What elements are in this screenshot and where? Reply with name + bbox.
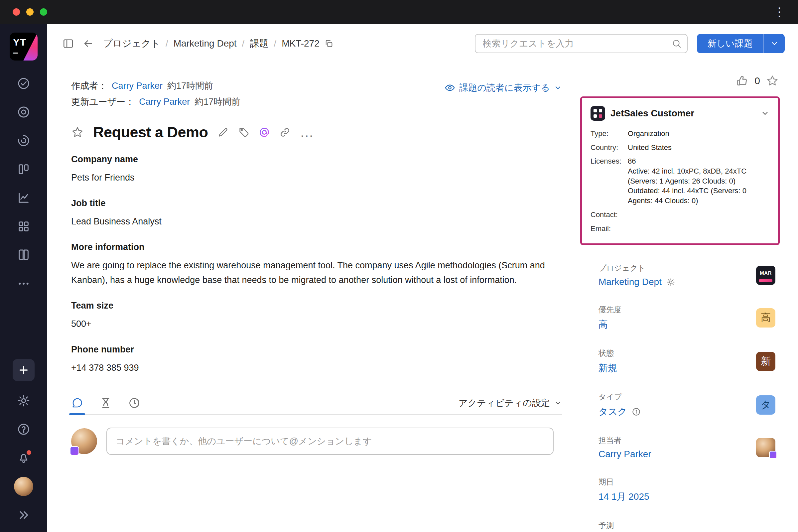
priority-value-link[interactable]: 高 (598, 318, 622, 331)
assignee-value-link[interactable]: Carry Parker (598, 449, 651, 459)
search-bar[interactable] (475, 34, 688, 53)
field-label: Job title (71, 198, 562, 208)
breadcrumb-project[interactable]: Marketing Dept (174, 38, 237, 49)
customer-card-collapse[interactable] (761, 109, 770, 118)
tab-history[interactable] (100, 397, 112, 414)
type-badge[interactable]: タ (756, 395, 775, 415)
updated-user-link[interactable]: Carry Parker (139, 97, 190, 107)
breadcrumb-issue-id[interactable]: MKT-272 (282, 38, 320, 49)
sidebar-item-reports[interactable] (14, 188, 33, 208)
sidebar-collapse-button[interactable] (14, 506, 33, 525)
sidebar-item-dashboards[interactable] (14, 217, 33, 236)
sidebar-item-knowledge-base[interactable] (14, 245, 33, 265)
star-issue-button[interactable] (71, 126, 84, 139)
thumbs-up-icon (736, 75, 748, 87)
state-badge[interactable]: 新 (756, 352, 775, 371)
activity-settings-button[interactable]: アクティビティの設定 (458, 397, 562, 414)
jetsales-logo-icon (590, 106, 605, 121)
field-state: 状態 新規 新 (598, 348, 780, 374)
customer-card-header[interactable]: JetSales Customer (590, 106, 770, 121)
activity-tabs: アクティビティの設定 (71, 394, 562, 415)
search-icon[interactable] (672, 39, 682, 49)
back-button[interactable] (82, 38, 94, 49)
search-input[interactable] (483, 39, 672, 49)
gear-icon (666, 278, 675, 287)
sidebar-item-notifications[interactable] (14, 448, 33, 468)
customer-licenses-label: Licenses: (590, 156, 628, 206)
hourglass-icon (100, 397, 112, 409)
licenses-outdated: Outdated: 44 incl. 44xTC (Servers: 0 Age… (628, 186, 770, 206)
due-date[interactable]: 14 1月 2025 (598, 491, 649, 503)
field-project: プロジェクト Marketing Dept MAR (598, 263, 780, 287)
type-value-link[interactable]: タスク (598, 405, 641, 418)
type-name[interactable]: タスク (598, 405, 627, 418)
window-menu-icon[interactable]: ⋮ (773, 6, 785, 18)
user-avatar[interactable] (14, 477, 33, 496)
tab-time-tracking[interactable] (128, 397, 140, 414)
commenter-avatar (71, 428, 97, 454)
issue-side-panel: 0 JetSales Customer Type: (578, 63, 798, 532)
edit-issue-button[interactable] (217, 127, 229, 138)
sidebar-item-helpdesk[interactable] (14, 102, 33, 122)
sidebar-item-more[interactable] (14, 274, 33, 293)
panel-toggle-button[interactable] (62, 38, 74, 49)
project-name[interactable]: Marketing Dept (598, 277, 662, 287)
visibility-selector[interactable]: 課題の読者に表示する (444, 82, 562, 94)
more-actions-button[interactable]: … (300, 130, 314, 135)
field-due-date: 期日 14 1月 2025 (598, 477, 780, 503)
due-date-value-link[interactable]: 14 1月 2025 (598, 491, 649, 503)
window-close-button[interactable] (13, 8, 20, 16)
assignee-avatar[interactable] (756, 438, 775, 457)
priority-badge[interactable]: 高 (756, 308, 775, 327)
type-label: タイプ (598, 392, 641, 402)
sidebar-item-issues[interactable] (14, 74, 33, 93)
new-issue-label[interactable]: 新しい課題 (697, 34, 763, 53)
chevron-down-icon (554, 399, 562, 407)
field-type: タイプ タスク タ (598, 392, 780, 418)
breadcrumb-issues[interactable]: 課題 (250, 37, 268, 50)
project-settings-button[interactable] (666, 278, 675, 287)
create-button[interactable] (13, 359, 35, 381)
sidebar-item-settings[interactable] (14, 391, 33, 410)
tab-comments[interactable] (71, 397, 83, 414)
breadcrumb-projects[interactable]: プロジェクト (103, 37, 160, 50)
breadcrumb-separator: / (274, 38, 276, 49)
new-issue-dropdown[interactable] (763, 34, 785, 53)
comment-icon (71, 397, 83, 409)
field-label: Company name (71, 154, 562, 165)
created-user-link[interactable]: Carry Parker (112, 81, 163, 91)
sidebar-item-recent[interactable] (14, 131, 33, 150)
copy-link-button[interactable] (279, 127, 291, 138)
board-icon (17, 163, 30, 176)
type-info-button[interactable] (632, 407, 641, 416)
ai-assistant-button[interactable] (259, 127, 270, 138)
window-minimize-button[interactable] (26, 8, 34, 16)
field-value: Lead Business Analyst (71, 214, 562, 229)
project-avatar-badge[interactable]: MAR (756, 266, 775, 285)
issue-description: Company name Pets for Friends Job title … (71, 154, 562, 375)
window-zoom-button[interactable] (40, 8, 47, 16)
customer-card-highlighted: JetSales Customer Type: Organization Cou… (580, 96, 780, 245)
like-button[interactable] (736, 75, 748, 87)
target-icon (17, 106, 30, 119)
youtrack-logo[interactable]: YT – (10, 33, 38, 60)
chevron-down-icon (554, 84, 562, 92)
comment-input[interactable] (107, 428, 554, 455)
state-value-link[interactable]: 新規 (598, 362, 617, 374)
state-name[interactable]: 新規 (598, 362, 617, 374)
priority-name[interactable]: 高 (598, 318, 608, 331)
created-ago: 約17時間前 (167, 80, 213, 92)
field-assignee: 担当者 Carry Parker (598, 435, 780, 459)
avatar-app-badge-icon (70, 446, 79, 456)
field-priority: 優先度 高 高 (598, 305, 780, 331)
add-tag-button[interactable] (238, 127, 249, 138)
pencil-icon (217, 127, 229, 138)
new-issue-button[interactable]: 新しい課題 (697, 34, 785, 53)
breadcrumb-separator: / (166, 38, 168, 49)
favorite-button[interactable] (766, 75, 779, 87)
assignee-name[interactable]: Carry Parker (598, 449, 651, 459)
sidebar-item-help[interactable] (14, 420, 33, 439)
project-value-link[interactable]: Marketing Dept (598, 277, 675, 287)
copy-id-button[interactable] (324, 39, 334, 48)
sidebar-item-agile-boards[interactable] (14, 159, 33, 179)
